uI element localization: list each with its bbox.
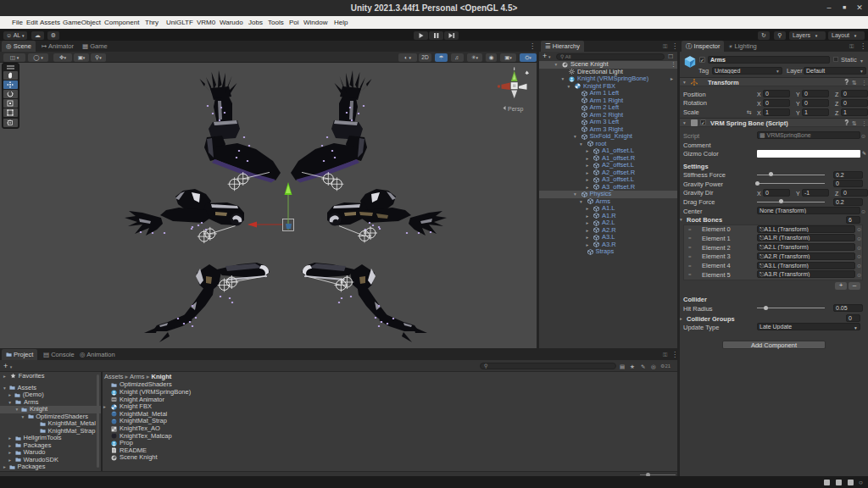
svg-text:Persp: Persp	[508, 106, 523, 113]
